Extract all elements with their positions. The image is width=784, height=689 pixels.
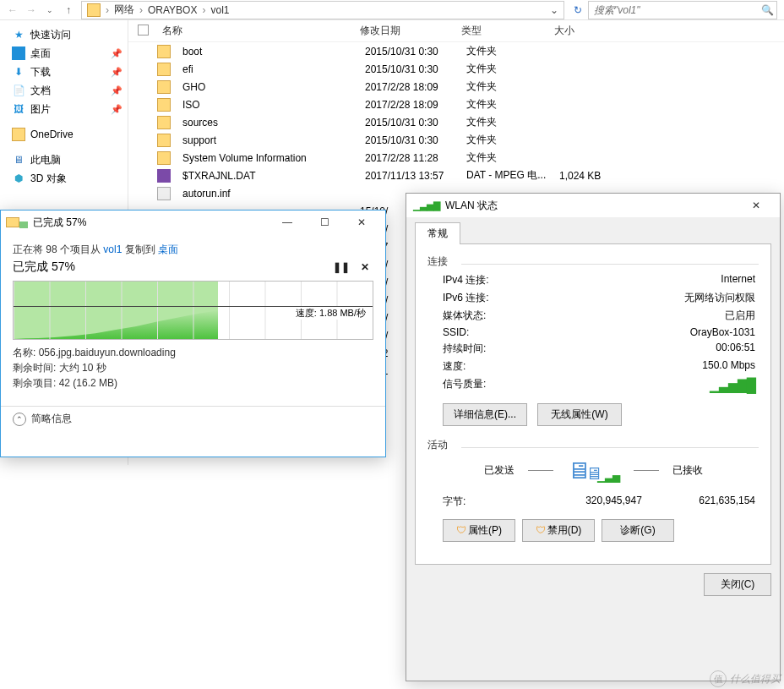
signal-icon: ▁▃▅ — [597, 471, 620, 483]
speed-label: 速度: 1.88 MB/秒 — [294, 307, 368, 320]
wireless-properties-button[interactable]: 无线属性(W) — [537, 403, 622, 426]
file-name: support — [177, 134, 365, 146]
properties-button[interactable]: 🛡属性(P) — [443, 519, 515, 542]
breadcrumb-dropdown[interactable]: ⌄ — [545, 4, 564, 16]
wlan-tab-strip: 常规 — [406, 217, 780, 244]
search-icon[interactable]: 🔍 — [758, 4, 776, 16]
sidebar-label: 快速访问 — [30, 28, 71, 42]
row-duration: 持续时间:00:06:51 — [427, 340, 759, 358]
file-type: 文件夹 — [466, 97, 559, 112]
3d-icon: ⬢ — [12, 172, 25, 185]
breadcrumb-sep: › — [138, 4, 144, 16]
file-date: 2015/10/31 0:30 — [365, 46, 466, 57]
recv-label: 已接收 — [672, 463, 703, 478]
shield-icon: 🛡 — [536, 524, 546, 536]
copy-dest-link[interactable]: 桌面 — [158, 243, 178, 255]
folder-icon — [157, 63, 171, 76]
file-row[interactable]: $TXRAJNL.DAT 2017/11/13 13:57 DAT - MPEG… — [128, 167, 784, 184]
nav-back[interactable]: ← — [3, 1, 22, 19]
text: 复制到 — [122, 243, 158, 255]
file-type: 文件夹 — [466, 44, 559, 58]
nav-forward[interactable]: → — [22, 1, 41, 19]
bytes-sent: 320,945,947 — [585, 495, 642, 506]
search-input[interactable] — [589, 4, 758, 16]
tab-general[interactable]: 常规 — [415, 222, 460, 244]
details-button[interactable]: 详细信息(E)... — [443, 403, 527, 426]
column-headers: 名称 修改日期 类型 大小 — [128, 20, 784, 42]
refresh-button[interactable]: ↻ — [568, 4, 588, 16]
pause-button[interactable]: ❚❚ — [333, 259, 350, 276]
sidebar-pictures[interactable]: 🖼图片📌 — [0, 100, 128, 118]
row-ipv6: IPv6 连接:无网络访问权限 — [427, 289, 759, 307]
dat-icon — [157, 169, 171, 183]
nav-recent[interactable]: ⌄ — [41, 1, 59, 19]
search-box[interactable]: 🔍 — [588, 1, 777, 19]
file-row[interactable]: efi 2015/10/31 0:30 文件夹 — [128, 60, 784, 78]
watermark: 值 什么值得买 — [710, 670, 781, 687]
pin-icon: 📌 — [111, 104, 128, 115]
breadcrumb-item[interactable]: vol1 — [207, 4, 232, 16]
cancel-button[interactable]: ✕ — [357, 259, 373, 276]
file-type: 文件夹 — [466, 150, 559, 165]
copy-source-link[interactable]: vol1 — [103, 243, 122, 255]
breadcrumb-item[interactable]: ORAYBOX — [144, 4, 200, 16]
nav-up[interactable]: ↑ — [59, 1, 78, 19]
location-icon — [87, 3, 101, 17]
folder-icon — [157, 151, 171, 165]
file-row[interactable]: System Volume Information 2017/2/28 11:2… — [128, 149, 784, 167]
sidebar-downloads[interactable]: ⬇下载📌 — [0, 63, 128, 81]
file-name: GHO — [177, 81, 365, 93]
file-row[interactable]: GHO 2017/2/28 18:09 文件夹 — [128, 78, 784, 96]
disable-button[interactable]: 🛡禁用(D) — [522, 519, 595, 542]
file-name: ISO — [177, 99, 365, 111]
copy-progress-label: 已完成 57% — [13, 260, 326, 275]
computers-icon: 🖥🖥▁▃▅ — [567, 457, 620, 484]
sent-label: 已发送 — [484, 463, 514, 478]
close-button[interactable]: ✕ — [343, 211, 380, 234]
select-all-checkbox[interactable] — [128, 25, 157, 38]
sidebar-label: 3D 对象 — [30, 172, 67, 186]
column-size[interactable]: 大小 — [554, 24, 622, 38]
file-row[interactable]: boot 2015/10/31 0:30 文件夹 — [128, 42, 784, 60]
sidebar-this-pc[interactable]: 🖥此电脑 — [0, 150, 128, 169]
file-row[interactable]: ISO 2017/2/28 18:09 文件夹 — [128, 96, 784, 113]
column-name[interactable]: 名称 — [157, 24, 360, 38]
row-ipv4: IPv4 连接:Internet — [427, 271, 759, 289]
copy-dialog-titlebar[interactable]: 已完成 57% — ☐ ✕ — [1, 211, 385, 234]
file-date: 2017/2/28 18:09 — [365, 99, 466, 111]
column-date[interactable]: 修改日期 — [360, 24, 461, 38]
breadcrumb-item[interactable]: 网络 — [111, 3, 138, 17]
file-name: $TXRAJNL.DAT — [177, 170, 365, 182]
copy-info-name: 名称: 056.jpg.baiduyun.downloading — [13, 345, 373, 360]
sidebar-documents[interactable]: 📄文档📌 — [0, 81, 128, 100]
wlan-status-dialog: ▁▃▅▇ WLAN 状态 ✕ 常规 连接 IPv4 连接:Internet IP… — [406, 193, 781, 681]
bytes-recv: 621,635,154 — [699, 495, 755, 509]
file-row[interactable]: sources 2015/10/31 0:30 文件夹 — [128, 113, 784, 131]
breadcrumb-sep: › — [104, 4, 111, 16]
minimize-button[interactable]: — — [269, 211, 306, 234]
column-type[interactable]: 类型 — [461, 24, 554, 38]
star-icon: ★ — [12, 28, 25, 41]
file-row[interactable]: support 2015/10/31 0:30 文件夹 — [128, 131, 784, 149]
signal-icon: ▁▃▅▇ — [413, 200, 440, 211]
activity-fieldset: 活动 已发送 🖥🖥▁▃▅ 已接收 字节: 320,945,947 621,635… — [427, 438, 759, 542]
row-speed: 速度:150.0 Mbps — [427, 358, 759, 375]
diagnose-button[interactable]: 诊断(G) — [602, 519, 674, 542]
folder-icon — [157, 98, 171, 112]
wlan-titlebar[interactable]: ▁▃▅▇ WLAN 状态 ✕ — [406, 194, 780, 217]
close-button[interactable]: ✕ — [739, 200, 773, 211]
sidebar-onedrive[interactable]: OneDrive — [0, 125, 128, 144]
row-bytes: 字节: 320,945,947 621,635,154 — [427, 493, 759, 511]
breadcrumb[interactable]: › 网络 › ORAYBOX › vol1 ⌄ — [81, 1, 564, 19]
maximize-button[interactable]: ☐ — [306, 211, 343, 234]
file-name: boot — [177, 46, 365, 57]
file-name: autorun.inf — [177, 188, 365, 200]
sidebar-desktop[interactable]: 桌面📌 — [0, 44, 128, 63]
sidebar-3d-objects[interactable]: ⬢3D 对象 — [0, 169, 128, 188]
onedrive-icon — [12, 128, 25, 141]
sidebar-quick-access[interactable]: ★快速访问 — [0, 25, 128, 44]
close-footer-button[interactable]: 关闭(C) — [704, 573, 771, 596]
copy-dialog-title: 已完成 57% — [33, 216, 86, 230]
brief-info-toggle[interactable]: ⌃ 简略信息 — [13, 412, 373, 426]
copy-info-time: 剩余时间: 大约 10 秒 — [13, 360, 373, 375]
